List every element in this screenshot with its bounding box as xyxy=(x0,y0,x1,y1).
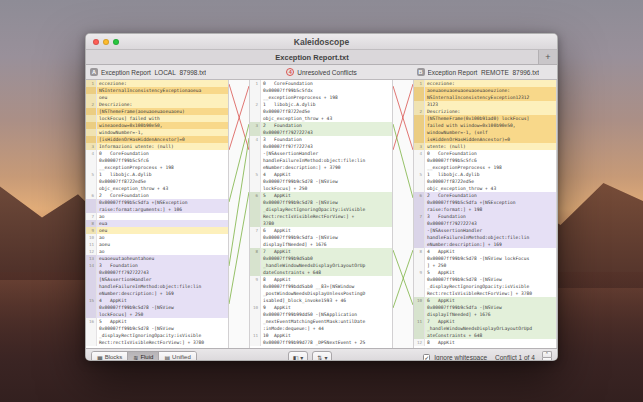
code-line[interactable]: 87 AppKit xyxy=(250,248,392,255)
code-line[interactable]: 51 libobjc.A.dylib xyxy=(86,171,228,178)
code-line[interactable]: 0x00007ff99b9d5ab0 xyxy=(250,255,392,262)
code-line[interactable]: raise:format:] + 198 xyxy=(414,206,556,213)
code-line[interactable]: 0x00007ff792722743 xyxy=(86,269,228,276)
code-line[interactable]: 128 AppKit xyxy=(414,339,556,346)
code-line[interactable]: _displayRectIgnoringOpacity:isVisible xyxy=(250,206,392,213)
view-options-popup[interactable]: ◧ ▾ xyxy=(288,351,309,362)
code-line[interactable]: 1eccezione: xyxy=(86,80,228,87)
code-line[interactable]: 0x00007ff792722743 xyxy=(250,129,392,136)
code-line[interactable]: 65 AppKit xyxy=(250,192,392,199)
code-line[interactable]: 0x00007ff97f722743 xyxy=(250,143,392,150)
code-line[interactable]: 0x00007ff99b5c5dfa +[NSException xyxy=(86,199,228,206)
code-line[interactable]: 0x00007ff99b5c5fc6 xyxy=(86,157,228,164)
code-line[interactable]: 1110 AppKit xyxy=(250,332,392,339)
code-line[interactable]: 7ao xyxy=(86,213,228,220)
code-line[interactable]: 1eccezione: xyxy=(414,80,556,87)
code-line[interactable]: displayIfNeeded] + 1676 xyxy=(250,241,392,248)
tab-exception-report[interactable]: Exception Report.txt xyxy=(86,50,539,64)
code-line[interactable]: lockFocus] failed with xyxy=(86,115,228,122)
code-line[interactable]: eNumber:description:] + 169 xyxy=(86,290,228,297)
code-line[interactable]: 54 AppKit xyxy=(250,171,392,178)
code-line[interactable]: [NSThemeFrame(aoeuaoeuaoeuaoeu) xyxy=(86,108,228,115)
code-line[interactable]: 12ao xyxy=(86,248,228,255)
code-line[interactable]: 106 AppKit xyxy=(414,297,556,304)
code-line[interactable]: 13euaoeuutaoheuntahoeu xyxy=(86,255,228,262)
minimize-button[interactable] xyxy=(103,39,109,45)
code-line[interactable]: -[NSAssertionHandler xyxy=(250,150,392,157)
code-line[interactable]: 3Informazioni utente: (null) xyxy=(86,143,228,150)
pane-local[interactable]: 1eccezione:NSInternalInconsistencyExcept… xyxy=(86,80,229,348)
code-line[interactable]: handleFailureInMethod:object:file:lin xyxy=(86,283,228,290)
code-line[interactable]: 0x00007ff8722ed5e xyxy=(414,178,556,185)
code-line[interactable]: 10 CoreFoundation xyxy=(250,80,392,87)
code-line[interactable]: 0x00007ff99b9c5d78 -[NSView xyxy=(86,325,228,332)
code-line[interactable]: 0x00007ff99b5c5dfa +[NSException xyxy=(414,199,556,206)
code-line[interactable]: displayIfNeeded] + 1676 xyxy=(414,311,556,318)
code-line[interactable]: aoeuaoeuaoeuaoeuaoeuaoeuzione: xyxy=(414,87,556,94)
code-line[interactable]: 51 libobjc.A.dylib xyxy=(414,171,556,178)
segment-fluid[interactable]: ≋ Fluid xyxy=(128,352,159,362)
code-line[interactable]: _displayRectIgnoringOpacity:isVisible xyxy=(414,283,556,290)
code-line[interactable]: 0x00007ff99b99dd50 -[NSApplication xyxy=(250,311,392,318)
file-header-local[interactable]: A Exception Report_LOCAL_87998.txt xyxy=(86,68,231,76)
code-line[interactable]: __exceptionPreprocess + 198 xyxy=(86,164,228,171)
code-line[interactable]: objc_exception_throw + 43 xyxy=(414,185,556,192)
code-line[interactable]: 3780 xyxy=(250,220,392,227)
code-line[interactable]: _handleWindowNeedsDisplayOrLayoutOrUpd xyxy=(414,325,556,332)
code-line[interactable]: 154 AppKit xyxy=(86,297,228,304)
code-line[interactable]: ] + 250 xyxy=(414,262,556,269)
code-line[interactable]: 76 AppKit xyxy=(250,227,392,234)
code-line[interactable]: lockFocus] + 250 xyxy=(86,311,228,318)
code-line[interactable]: 2Descrizione: xyxy=(86,101,228,108)
code-line[interactable]: _postWindowNeedsDisplayUnlessPostingD xyxy=(250,290,392,297)
code-line[interactable]: 3utente: (null) xyxy=(414,143,556,150)
code-line[interactable]: 0x00007ff792722743 xyxy=(414,220,556,227)
code-line[interactable]: lockFocus] + 250 xyxy=(250,185,392,192)
code-line[interactable]: eNumber:description:] + 3790 xyxy=(250,164,392,171)
code-line[interactable]: NSInternalInconsistencyExceptionaoeua xyxy=(86,87,228,94)
code-line[interactable]: 10ao xyxy=(86,234,228,241)
code-line[interactable]: 62 CoreFoundation xyxy=(414,192,556,199)
code-line[interactable]: handleFailureInMethod:object:file:lin xyxy=(250,157,392,164)
code-line[interactable]: 0x00007ff99b9c5d78 -[NSView xyxy=(250,199,392,206)
code-line[interactable]: 43 Foundation xyxy=(250,136,392,143)
code-line[interactable]: _nextEventMatchingEventMask:untilDate xyxy=(250,318,392,325)
segment-blocks[interactable]: ▦ Blocks xyxy=(92,352,128,362)
code-line[interactable]: oeu xyxy=(86,94,228,101)
code-line[interactable]: dateConstraints + 648 xyxy=(250,269,392,276)
code-line[interactable]: 0x00007ff99b5c5fc6 xyxy=(414,157,556,164)
code-line[interactable]: 117 AppKit xyxy=(414,318,556,325)
code-line[interactable]: 40 CoreFoundation xyxy=(414,150,556,157)
code-line[interactable]: 0x00007ff99b9c5d78 -[NSView xyxy=(250,178,392,185)
code-line[interactable]: NSInternalInconsistencyException12312 xyxy=(414,94,556,101)
code-line[interactable]: 0x00007ff99b9c5dfa -[NSView xyxy=(250,234,392,241)
code-line[interactable]: 21 libobjc.A.dylib xyxy=(250,101,392,108)
code-line[interactable]: 73 Foundation xyxy=(414,213,556,220)
pane-remote[interactable]: 1eccezione:aoeuaoeuaoeuaoeuaoeuaoeuzione… xyxy=(413,80,557,348)
code-line[interactable]: 0x00007ff8722ed5e xyxy=(86,178,228,185)
code-line[interactable]: -[NSAssertionHandler xyxy=(414,227,556,234)
next-conflict-button[interactable]: ⌄ xyxy=(542,357,552,361)
code-line[interactable]: 0x00007ff99b9c5dfa -[NSView xyxy=(414,304,556,311)
code-line[interactable]: 109 AppKit xyxy=(250,304,392,311)
code-line[interactable]: _handleWindowNeedsDisplayOrLayoutOrUp xyxy=(250,262,392,269)
pane-base[interactable]: 10 CoreFoundation0x00007ff99b5c5fdx__exc… xyxy=(249,80,393,348)
file-header-remote[interactable]: B Exception Report_REMOTE_87996.txt xyxy=(413,68,558,76)
code-line[interactable]: [NSThemeFrame(0x100b91ad0) lockFocus] xyxy=(414,115,556,122)
code-line[interactable]: Rect:rectIsVisibleRectForView:] + xyxy=(250,213,392,220)
code-line[interactable]: Rect:rectIsVisibleRectForView:] + 3780 xyxy=(414,290,556,297)
unresolved-conflicts-header[interactable]: 4 Unresolved Conflicts xyxy=(231,68,413,76)
code-line[interactable]: handleFailureInMethod:object:file:lin xyxy=(414,234,556,241)
code-line[interactable]: 0x00007ff99bdd5ab0 __83+[NSWindow xyxy=(250,283,392,290)
code-line[interactable]: isabled]_block_invoke1593 + 46 xyxy=(250,297,392,304)
code-line[interactable]: 0x00007ff8722ed5e xyxy=(250,108,392,115)
code-line[interactable]: :inMode:dequeue:] + 44 xyxy=(250,325,392,332)
code-line[interactable]: [isHiddenOrHasHiddenAncestor]=0 xyxy=(86,136,228,143)
add-tab-button[interactable]: + xyxy=(539,50,557,64)
code-line[interactable]: 84 AppKit xyxy=(414,248,556,255)
code-line[interactable]: 98 AppKit xyxy=(250,276,392,283)
code-line[interactable]: 0x00007ff99b5c5fdx xyxy=(250,87,392,94)
code-line[interactable]: windowNumber=-1, (self xyxy=(414,129,556,136)
code-line[interactable]: 32 Foundation xyxy=(250,122,392,129)
code-line[interactable]: wineaoedow=0x100b90e50, xyxy=(86,122,228,129)
